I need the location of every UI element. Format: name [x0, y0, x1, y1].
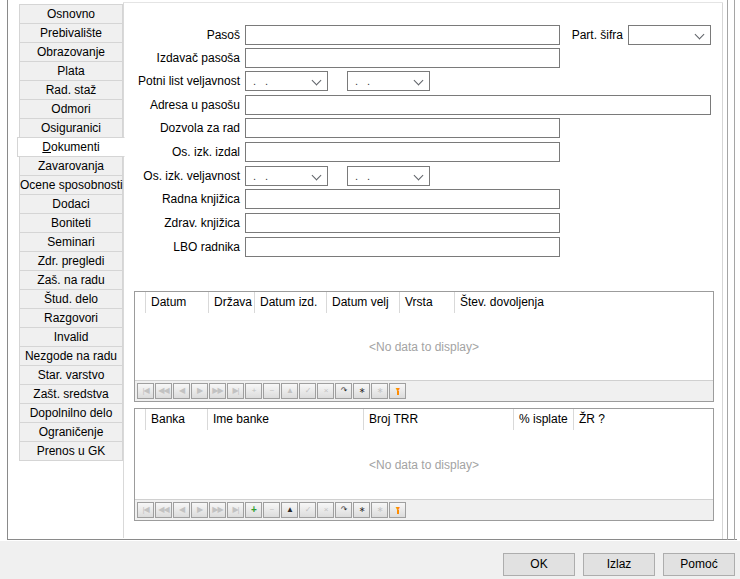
tab-stud-delo[interactable]: Štud. delo — [19, 289, 123, 309]
tab-nezgode-na-radu[interactable]: Nezgode na radu — [19, 346, 123, 366]
window-border-bottom — [8, 539, 737, 540]
column-header-isplate[interactable]: % isplate — [514, 409, 574, 430]
part-sifra-label: Part. šifra — [520, 25, 623, 45]
sidebar-content-divider — [123, 3, 124, 538]
content-top-edge — [123, 2, 723, 3]
part-sifra-select[interactable] — [628, 25, 711, 45]
navigator-button-glyph: ∗ — [359, 387, 365, 395]
ok-button[interactable]: OK — [503, 553, 575, 576]
refresh-button[interactable]: ↷ — [335, 383, 352, 399]
dozvola-za-rad-input[interactable] — [245, 118, 560, 138]
column-header-broj-trr[interactable]: Broj TRR — [364, 409, 514, 430]
tab-razgovori[interactable]: Razgovori — [19, 308, 123, 328]
tab-prebivaliste[interactable]: Prebivalište — [19, 23, 123, 43]
prev-page-button: ◀◀ — [155, 502, 172, 518]
tab-rad-staz[interactable]: Rad. staž — [19, 80, 123, 100]
navigator-button-glyph: ✓ — [305, 506, 311, 514]
tab-zavarovanja[interactable]: Zavarovanja — [19, 156, 123, 176]
potni-list-od-date[interactable]: . . — [245, 71, 328, 91]
os-izk-od-date[interactable]: . . — [245, 166, 328, 186]
tab-label: Zdr. pregledi — [20, 252, 122, 270]
lbo-radnika-input[interactable] — [245, 237, 560, 257]
os-izk-izdal-input[interactable] — [245, 142, 560, 162]
tab-zast-sredstva[interactable]: Zašt. sredstva — [19, 384, 123, 404]
column-header-stev-dovoljenja[interactable]: Štev. dovoljenja — [455, 292, 713, 313]
lbo-radnika-label: LBO radnika — [108, 237, 240, 257]
column-header-zr[interactable]: ŽR ? — [574, 409, 713, 430]
tab-label: Zavarovanja — [20, 157, 122, 175]
tab-label: Dopolnilno delo — [20, 404, 122, 422]
tab-dodaci[interactable]: Dodaci — [19, 194, 123, 214]
navigator-button-glyph: ◀ — [179, 506, 184, 514]
navigator-button-glyph: ▲ — [286, 506, 293, 514]
radna-knjizica-input[interactable] — [245, 189, 560, 209]
navigator-button-glyph: + — [252, 387, 256, 395]
column-header-banka[interactable]: Banka — [146, 409, 208, 430]
column-header-ime-banke[interactable]: Ime banke — [208, 409, 364, 430]
tab-plata[interactable]: Plata — [19, 61, 123, 81]
tab-star-varstvo[interactable]: Star. varstvo — [19, 365, 123, 385]
tab-dopolnilno-delo[interactable]: Dopolnilno delo — [19, 403, 123, 423]
tab-label: Zaš. na radu — [20, 271, 122, 289]
grid-body: <No data to display> — [135, 430, 713, 500]
radna-knjizica-label: Radna knjižica — [108, 189, 240, 209]
tab-prenos-u-gk[interactable]: Prenos u GK — [19, 441, 123, 461]
chevron-down-icon — [312, 76, 322, 86]
column-header-drzava[interactable]: Država — [209, 292, 255, 313]
navigator-button-glyph: ↷ — [341, 387, 347, 395]
tab-obrazovanje[interactable]: Obrazovanje — [19, 42, 123, 62]
tab-label: Odmori — [20, 100, 122, 118]
no-data-text: <No data to display> — [369, 340, 479, 354]
os-izk-do-date[interactable]: . . — [347, 166, 430, 186]
tab-boniteti[interactable]: Boniteti — [19, 213, 123, 233]
refresh-button[interactable]: ↷ — [335, 502, 352, 518]
row-indicator-column — [135, 292, 146, 313]
potni-list-veljavnost-label: Potni list veljavnost — [108, 71, 240, 91]
navigator-button-glyph: − — [270, 387, 274, 395]
sidebar-tab-list: Osnovno Prebivalište Obrazovanje Plata R… — [19, 4, 123, 461]
data-navigator: |◀ ◀◀ ◀ ▶ ▶▶ ▶| — [135, 380, 713, 401]
navigator-button-glyph: ↷ — [341, 506, 347, 514]
tab-seminari[interactable]: Seminari — [19, 232, 123, 252]
navigator-button-glyph: ◀ — [179, 387, 184, 395]
exit-button[interactable]: Izlaz — [583, 553, 655, 576]
adresa-u-pasosu-input[interactable] — [245, 95, 711, 115]
dialog-footer: OK Izlaz Pomoć — [0, 541, 740, 579]
navigator-button-glyph: ▶| — [232, 387, 238, 395]
filter-button[interactable]: ▼ — [389, 383, 406, 399]
column-header-datum-velj[interactable]: Datum velj — [327, 292, 400, 313]
column-header-vrsta[interactable]: Vrsta — [400, 292, 455, 313]
potni-list-do-date[interactable]: . . — [347, 71, 430, 91]
navigator-button-glyph: ▲ — [286, 387, 293, 395]
tab-osiguranici[interactable]: Osiguranici — [19, 118, 123, 138]
tab-ogranicenje[interactable]: Ograničenje — [19, 422, 123, 442]
column-header-datum[interactable]: Datum — [146, 292, 209, 313]
tab-osnovno[interactable]: Osnovno — [19, 4, 123, 24]
bookmark-save-button[interactable]: ∗ — [353, 502, 370, 518]
zdrav-knjizica-input[interactable] — [245, 213, 560, 233]
chevron-down-icon — [414, 171, 424, 181]
pasos-input[interactable] — [245, 25, 560, 45]
tab-dokumenti[interactable]: Dokumenti — [17, 137, 125, 157]
izdavac-pasosa-label: Izdavač pasoša — [108, 48, 240, 68]
help-button[interactable]: Pomoć — [663, 553, 735, 576]
chevron-down-icon — [312, 171, 322, 181]
tab-odmori[interactable]: Odmori — [19, 99, 123, 119]
filter-button[interactable]: ▼ — [389, 502, 406, 518]
navigator-button-glyph: ∗ — [377, 506, 383, 514]
bookmark-save-button[interactable]: ∗ — [353, 383, 370, 399]
izdavac-pasosa-input[interactable] — [245, 48, 560, 68]
tab-zdr-pregledi[interactable]: Zdr. pregledi — [19, 251, 123, 271]
first-button: |◀ — [137, 383, 154, 399]
navigator-button-glyph: ◀◀ — [158, 387, 168, 395]
insert-button[interactable]: + — [245, 502, 262, 518]
chevron-down-icon — [695, 30, 705, 40]
tab-invalid[interactable]: Invalid — [19, 327, 123, 347]
column-header-datum-izd[interactable]: Datum izd. — [255, 292, 327, 313]
tab-label: Star. varstvo — [20, 366, 122, 384]
tab-zas-na-radu[interactable]: Zaš. na radu — [19, 270, 123, 290]
tab-label: Rad. staž — [20, 81, 122, 99]
edit-button[interactable]: ▲ — [281, 502, 298, 518]
tab-ocene-sposobnosti[interactable]: Ocene sposobnosti — [19, 175, 123, 195]
navigator-button-glyph: ∗ — [377, 387, 383, 395]
